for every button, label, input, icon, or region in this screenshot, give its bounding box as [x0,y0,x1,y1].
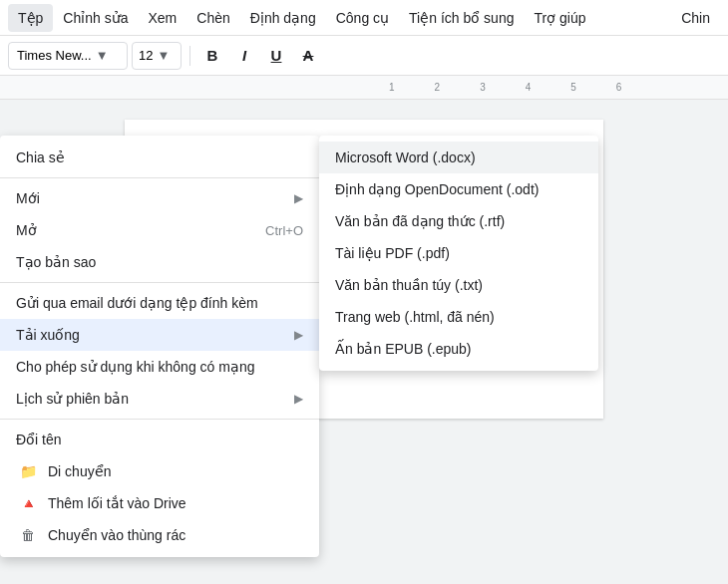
drive-icon: 🔺 [16,495,40,511]
submenu-epub[interactable]: Ấn bản EPUB (.epub) [319,333,598,365]
submenu-docx[interactable]: Microsoft Word (.docx) [319,142,598,173]
submenu-pdf[interactable]: Tài liệu PDF (.pdf) [319,237,598,269]
ruler-marker-2: 2 [435,82,441,93]
font-selector[interactable]: Times New... ▼ [8,42,128,70]
menu-move[interactable]: 📁 Di chuyển [0,455,319,487]
separator-2 [0,282,319,283]
submenu-odt[interactable]: Định dạng OpenDocument (.odt) [319,173,598,205]
menu-share[interactable]: Chia sẻ [0,142,319,173]
menu-item-help[interactable]: Trợ giúp [524,4,595,32]
menu-item-insert[interactable]: Chèn [186,4,239,32]
separator-1 [0,177,319,178]
arrow-download: ▶ [294,328,303,342]
underline-button[interactable]: U [262,42,290,70]
menu-item-tools[interactable]: Công cụ [326,4,399,32]
file-menu: Chia sẻ Mới ▶ Mở Ctrl+O Tạo bản sao Gửi … [0,136,319,557]
ruler-marker-5: 5 [570,82,576,93]
menu-rename[interactable]: Đổi tên [0,424,319,455]
ruler-marker-4: 4 [526,82,532,93]
move-icon: 📁 [16,463,40,479]
ruler: 1 2 3 4 5 6 [0,76,728,100]
font-dropdown-icon: ▼ [96,48,109,63]
font-size-dropdown-icon: ▼ [157,48,170,63]
menu-download[interactable]: Tải xuống ▶ [0,319,319,351]
toolbar: Times New... ▼ 12 ▼ B I U A [0,36,728,76]
ruler-marker-1: 1 [389,82,395,93]
underline-label: U [271,47,282,64]
strikethrough-label: A [303,47,314,64]
trash-icon: 🗑 [16,527,40,543]
menu-item-chin[interactable]: Chin [671,4,720,32]
bold-label: B [207,47,218,64]
menu-open[interactable]: Mở Ctrl+O [0,214,319,246]
menu-bar: Tệp Chỉnh sửa Xem Chèn Định dạng Công cụ… [0,0,728,36]
menu-item-edit[interactable]: Chỉnh sửa [53,4,138,32]
menu-offline[interactable]: Cho phép sử dụng khi không có mạng [0,351,319,383]
menu-new[interactable]: Mới ▶ [0,182,319,214]
submenu-html[interactable]: Trang web (.html, đã nén) [319,301,598,333]
submenu-rtf[interactable]: Văn bản đã dạng thức (.rtf) [319,205,598,237]
arrow-history: ▶ [294,392,303,406]
menu-history[interactable]: Lịch sử phiên bản ▶ [0,383,319,415]
strikethrough-button[interactable]: A [294,42,322,70]
menu-trash[interactable]: 🗑 Chuyển vào thùng rác [0,519,319,551]
separator-3 [0,419,319,420]
menu-item-addons[interactable]: Tiện ích bổ sung [399,4,524,32]
content-area: người dùng có thể tham quan toàn cả trên… [0,100,728,584]
bold-button[interactable]: B [198,42,226,70]
menu-item-format[interactable]: Định dạng [240,4,326,32]
italic-label: I [242,47,246,64]
menu-item-file[interactable]: Tệp [8,4,53,32]
ruler-marker-6: 6 [616,82,622,93]
font-size-selector[interactable]: 12 ▼ [132,42,182,70]
ruler-marker-3: 3 [480,82,486,93]
menu-email[interactable]: Gửi qua email dưới dạng tệp đính kèm [0,287,319,319]
toolbar-separator-1 [189,46,190,66]
menu-item-view[interactable]: Xem [139,4,187,32]
arrow-new: ▶ [294,191,303,205]
dropdown-overlay: Chia sẻ Mới ▶ Mở Ctrl+O Tạo bản sao Gửi … [0,100,728,584]
download-submenu: Microsoft Word (.docx) Định dạng OpenDoc… [319,136,598,371]
italic-button[interactable]: I [230,42,258,70]
submenu-txt[interactable]: Văn bản thuần túy (.txt) [319,269,598,301]
menu-drive-shortcut[interactable]: 🔺 Thêm lối tắt vào Drive [0,487,319,519]
menu-copy[interactable]: Tạo bản sao [0,246,319,278]
